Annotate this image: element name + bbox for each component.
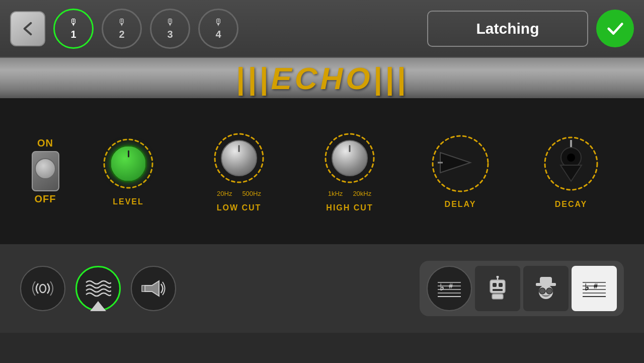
top-bar: 🎙 1 🎙 2 🎙 3 🎙 4 Latching	[0, 0, 644, 58]
low-cut-label: LOW CUT	[217, 203, 262, 212]
low-cut-knob-wrapper	[211, 130, 267, 186]
mic-button-4[interactable]: 🎙 4	[198, 9, 238, 49]
svg-rect-24	[493, 289, 503, 291]
delay-arrow-icon	[438, 148, 483, 178]
back-button[interactable]	[10, 11, 45, 46]
level-knob-control: LEVEL	[75, 136, 181, 206]
decay-knob-control: DECAY	[518, 133, 624, 209]
onoff-toggle[interactable]	[32, 151, 59, 191]
latching-button[interactable]: Latching	[427, 11, 588, 47]
svg-point-32	[546, 288, 552, 294]
mic-icon-4: 🎙	[214, 17, 223, 28]
toggle-knob	[35, 158, 56, 179]
mic-button-1[interactable]: 🎙 1	[53, 9, 94, 49]
megaphone-icon	[141, 279, 166, 298]
svg-rect-29	[540, 277, 552, 284]
svg-point-31	[539, 288, 545, 294]
low-cut-knob-indicator	[238, 145, 240, 152]
svg-rect-23	[499, 283, 503, 287]
echo-section: |||ECHO|||	[0, 58, 644, 98]
svg-text:#: #	[594, 282, 598, 290]
bottom-section: ♭ #	[0, 244, 644, 333]
arrow-indicator	[90, 301, 106, 311]
mode-score-circle[interactable]: ♭ #	[427, 266, 472, 311]
waves-button[interactable]	[20, 266, 65, 311]
svg-text:#: #	[449, 282, 453, 290]
svg-point-11	[40, 284, 46, 293]
score-active-icon: ♭ #	[581, 277, 608, 300]
on-label: ON	[37, 137, 53, 149]
mode-robot-square[interactable]	[475, 266, 520, 311]
low-cut-sublabels: 20Hz 500Hz	[217, 190, 261, 197]
delay-knob-control: DELAY	[408, 133, 513, 209]
high-cut-label: HIGH CUT	[326, 203, 373, 212]
level-knob-indicator	[128, 151, 129, 158]
mic-icon-2: 🎙	[117, 17, 126, 28]
level-knob-wrapper	[101, 136, 156, 191]
mic-icon-1: 🎙	[69, 17, 78, 28]
mode-group: ♭ #	[420, 261, 624, 316]
high-cut-knob-control: 1kHz 20kHz HIGH CUT	[297, 130, 403, 212]
onoff-toggle-container: ON OFF	[20, 137, 70, 205]
decay-keyhole-icon	[553, 140, 589, 185]
decay-label: DECAY	[555, 200, 588, 209]
echo-icon	[85, 278, 111, 299]
low-cut-knob[interactable]	[221, 140, 257, 176]
echo-button-wrapper	[75, 266, 121, 311]
high-cut-sub-left: 1kHz	[328, 190, 343, 197]
echo-title: |||ECHO|||	[235, 60, 408, 96]
controls-section: ON OFF LEVEL 20Hz 500Hz	[0, 98, 644, 244]
latching-label: Latching	[476, 20, 539, 37]
megaphone-button[interactable]	[131, 266, 176, 311]
mode-incognito-square[interactable]	[523, 266, 569, 311]
svg-point-10	[567, 154, 575, 162]
mic-label-4: 4	[215, 29, 221, 40]
svg-text:♭: ♭	[585, 282, 589, 293]
confirm-button[interactable]	[596, 10, 634, 47]
high-cut-sub-right: 20kHz	[353, 190, 371, 197]
high-cut-knob-wrapper	[322, 130, 377, 186]
high-cut-knob[interactable]	[332, 140, 368, 176]
svg-point-26	[497, 276, 499, 278]
svg-marker-9	[560, 165, 582, 181]
waves-icon	[30, 279, 55, 298]
svg-rect-13	[142, 285, 145, 292]
svg-rect-27	[492, 294, 503, 299]
mic-label-3: 3	[167, 29, 173, 40]
incognito-icon	[532, 276, 560, 301]
off-label: OFF	[35, 193, 56, 205]
delay-label: DELAY	[445, 200, 476, 209]
high-cut-sublabels: 1kHz 20kHz	[328, 190, 371, 197]
mic-icon-3: 🎙	[166, 17, 175, 28]
high-cut-knob-indicator	[349, 145, 351, 152]
delay-body[interactable]	[438, 148, 483, 180]
low-cut-sub-left: 20Hz	[217, 190, 232, 197]
svg-rect-21	[490, 280, 505, 293]
low-cut-sub-right: 500Hz	[242, 190, 261, 197]
delay-knob-wrapper	[428, 133, 493, 194]
decay-knob-wrapper	[541, 133, 601, 194]
decay-body[interactable]	[553, 140, 589, 187]
svg-rect-22	[493, 283, 497, 287]
mic-label-1: 1	[70, 29, 76, 40]
low-cut-knob-control: 20Hz 500Hz LOW CUT	[186, 130, 292, 212]
svg-text:♭: ♭	[440, 282, 444, 293]
level-knob[interactable]	[110, 145, 147, 183]
robot-icon	[485, 276, 510, 301]
mic-label-2: 2	[119, 29, 124, 40]
mic-button-2[interactable]: 🎙 2	[102, 9, 142, 49]
mic-button-3[interactable]: 🎙 3	[150, 9, 190, 49]
svg-marker-12	[145, 281, 159, 296]
mode-score-square[interactable]: ♭ #	[572, 266, 617, 311]
svg-marker-4	[440, 153, 470, 173]
score-icon: ♭ #	[436, 277, 463, 300]
level-label: LEVEL	[113, 197, 144, 206]
